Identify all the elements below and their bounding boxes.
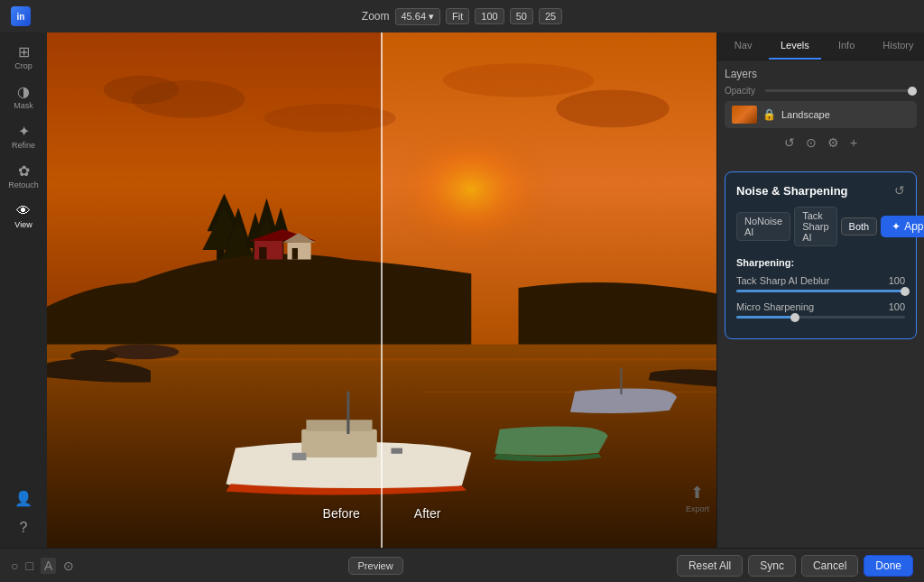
layer-name: Landscape <box>781 109 910 120</box>
canvas-area: Before After ⬆ Export <box>47 32 716 548</box>
svg-point-4 <box>104 76 180 104</box>
svg-rect-36 <box>346 392 349 434</box>
micro-slider[interactable] <box>736 316 905 319</box>
layer-tool-add[interactable]: + <box>850 135 857 150</box>
text-icon[interactable]: A <box>41 558 56 574</box>
ns-header: Noise & Sharpening ↺ <box>736 183 905 198</box>
zoom-label: Zoom <box>362 10 390 23</box>
photo-background: Before After <box>47 32 716 548</box>
zoom-25-button[interactable]: 25 <box>539 8 562 24</box>
preview-button[interactable]: Preview <box>348 557 403 575</box>
fit-button[interactable]: Fit <box>446 8 469 24</box>
right-panel: Nav Levels Info History Layers Opacity 🔒… <box>716 32 924 548</box>
svg-point-7 <box>263 104 395 132</box>
micro-slider-row: Micro Sharpening 100 <box>736 301 905 319</box>
micro-slider-fill <box>736 316 795 319</box>
sidebar-item-view[interactable]: 👁 View <box>4 199 43 235</box>
reset-all-button[interactable]: Reset All <box>677 555 743 577</box>
export-button[interactable]: ⬆ Export <box>686 483 709 513</box>
layer-tool-eye[interactable]: ⊙ <box>806 135 817 150</box>
layer-lock-icon: 🔒 <box>762 108 776 121</box>
deblur-slider-name: Tack Sharp AI Deblur <box>736 275 829 286</box>
opacity-row: Opacity <box>725 86 917 96</box>
ns-tabs: NoNoise AI Tack Sharp AI Both ✦ Apply <box>736 207 905 246</box>
export-label: Export <box>686 504 709 513</box>
bottom-right: Reset All Sync Cancel Done <box>677 555 913 577</box>
ns-reset-button[interactable]: ↺ <box>894 183 905 198</box>
done-button[interactable]: Done <box>864 555 913 577</box>
layers-section: Layers Opacity 🔒 Landscape ↺ ⊙ ⚙ + <box>717 60 924 164</box>
cancel-button[interactable]: Cancel <box>801 555 858 577</box>
tab-nav[interactable]: Nav <box>717 32 769 60</box>
layer-tool-rotate[interactable]: ↺ <box>784 135 795 150</box>
app-logo: in <box>11 6 31 26</box>
crop-icon: ⊞ <box>18 45 30 60</box>
tab-history[interactable]: History <box>873 32 924 60</box>
mask-label: Mask <box>14 101 33 110</box>
deblur-slider-value: 100 <box>889 275 905 286</box>
sidebar-item-crop[interactable]: ⊞ Crop <box>4 40 43 76</box>
sidebar-item-help[interactable]: ? <box>4 515 43 540</box>
person-icon: 👤 <box>14 492 32 506</box>
deblur-slider[interactable] <box>736 290 905 292</box>
top-bar: in Zoom 45.64 ▾ Fit 100 50 25 <box>0 0 924 32</box>
frame-icon[interactable]: □ <box>25 559 32 573</box>
zoom-value-display[interactable]: 45.64 ▾ <box>395 8 441 25</box>
retouch-label: Retouch <box>8 180 39 189</box>
tab-levels[interactable]: Levels <box>769 32 820 60</box>
refine-label: Refine <box>12 141 35 150</box>
micro-slider-name: Micro Sharpening <box>736 301 814 312</box>
bottom-center: Preview <box>348 557 403 575</box>
sharpening-label: Sharpening: <box>736 257 905 268</box>
micro-slider-value: 100 <box>889 301 905 312</box>
main-layout: ⊞ Crop ◑ Mask ✦ Refine ✿ Retouch 👁 View … <box>0 32 924 548</box>
svg-rect-35 <box>306 420 372 431</box>
sidebar-item-retouch[interactable]: ✿ Retouch <box>4 159 43 195</box>
layer-tools: ↺ ⊙ ⚙ + <box>725 132 917 157</box>
svg-point-6 <box>556 89 669 127</box>
apply-button[interactable]: ✦ Apply <box>881 216 924 237</box>
zoom-50-button[interactable]: 50 <box>510 8 533 24</box>
ns-tab-tacksharp[interactable]: Tack Sharp AI <box>794 207 836 246</box>
sidebar-item-refine[interactable]: ✦ Refine <box>4 119 43 155</box>
sidebar-item-person[interactable]: 👤 <box>4 486 43 512</box>
after-label: After <box>414 506 441 521</box>
deblur-slider-thumb[interactable] <box>901 287 910 296</box>
before-label: Before <box>323 506 360 521</box>
before-after-divider[interactable] <box>381 32 383 548</box>
lens-icon[interactable]: ⊙ <box>63 559 74 573</box>
zoom-control: Zoom 45.64 ▾ Fit 100 50 25 <box>362 8 562 25</box>
svg-point-5 <box>443 63 594 97</box>
micro-slider-thumb[interactable] <box>790 313 799 322</box>
svg-rect-34 <box>301 430 377 457</box>
opacity-slider[interactable] <box>765 89 917 92</box>
help-icon: ? <box>20 521 28 535</box>
ns-title: Noise & Sharpening <box>736 184 848 198</box>
bottom-bar: ○ □ A ⊙ Preview Reset All Sync Cancel Do… <box>0 548 924 582</box>
ns-tab-nonoise[interactable]: NoNoise AI <box>736 212 790 241</box>
svg-rect-23 <box>259 247 266 260</box>
sync-button[interactable]: Sync <box>748 555 796 577</box>
svg-rect-24 <box>287 243 310 260</box>
svg-rect-38 <box>391 448 402 454</box>
opacity-slider-thumb[interactable] <box>908 87 917 96</box>
ns-tab-both[interactable]: Both <box>841 217 878 236</box>
layer-thumbnail <box>732 106 757 124</box>
history-back-icon[interactable]: ○ <box>11 559 18 573</box>
mask-icon: ◑ <box>17 85 30 99</box>
before-after-labels: Before After <box>323 506 441 521</box>
tab-info[interactable]: Info <box>821 32 873 60</box>
svg-rect-21 <box>254 241 282 260</box>
view-label: View <box>14 220 32 229</box>
zoom-100-button[interactable]: 100 <box>475 8 504 24</box>
svg-rect-26 <box>292 248 298 260</box>
layer-tool-gear[interactable]: ⚙ <box>827 135 839 150</box>
layers-title: Layers <box>725 68 917 80</box>
sidebar-item-mask[interactable]: ◑ Mask <box>4 79 43 115</box>
layer-item[interactable]: 🔒 Landscape <box>725 101 917 128</box>
apply-label: Apply <box>904 220 924 233</box>
svg-rect-31 <box>424 392 716 393</box>
bottom-left: ○ □ A ⊙ <box>11 558 74 574</box>
deblur-slider-fill <box>736 290 905 292</box>
left-sidebar: ⊞ Crop ◑ Mask ✦ Refine ✿ Retouch 👁 View … <box>0 32 47 548</box>
